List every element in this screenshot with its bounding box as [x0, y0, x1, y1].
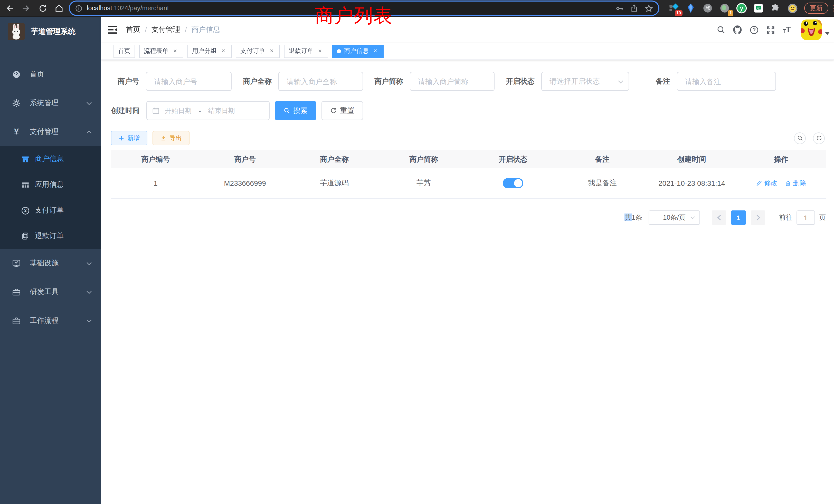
tab-home[interactable]: 首页 [113, 44, 135, 58]
cell-merchant-no: M233666999 [200, 168, 290, 198]
create-time-range[interactable]: 开始日期 - 结束日期 [146, 101, 270, 120]
reload-icon[interactable] [36, 2, 49, 15]
refresh-table-button[interactable] [813, 132, 825, 144]
prev-page-button[interactable] [712, 210, 726, 225]
user-avatar[interactable] [801, 20, 822, 40]
merchant-no-label: 商户号 [111, 77, 139, 86]
sidebar-item-label: 商户信息 [35, 155, 64, 164]
tab-process-form[interactable]: 流程表单× [139, 44, 183, 58]
cell-merchant-id: 1 [111, 168, 200, 198]
add-button[interactable]: 新增 [111, 131, 147, 145]
export-button[interactable]: 导出 [153, 131, 190, 145]
sidebar-item-pay-order[interactable]: ¥ 支付订单 [0, 198, 101, 223]
sidebar-item-app-info[interactable]: 应用信息 [0, 172, 101, 198]
extension-chat-icon[interactable] [752, 2, 765, 15]
share-icon[interactable] [630, 4, 638, 12]
short-name-label: 商户简称 [374, 77, 403, 86]
extension-y-icon[interactable]: y [735, 2, 748, 15]
main-area: 首页 / 支付管理 / 商户信息 [101, 17, 834, 504]
github-icon[interactable] [729, 17, 746, 43]
breadcrumb-payment[interactable]: 支付管理 [152, 25, 180, 35]
password-key-icon[interactable] [615, 4, 624, 13]
col-header: 商户简称 [379, 151, 468, 168]
sidebar-item-workflow[interactable]: 工作流程 [0, 306, 101, 335]
help-icon[interactable] [746, 17, 762, 43]
merchant-no-input[interactable] [146, 72, 232, 91]
sidebar-item-label: 基础设施 [30, 259, 59, 268]
table-toolbar: 新增 导出 [111, 131, 826, 145]
tab-user-group[interactable]: 用户分组× [188, 44, 232, 58]
extension-command-icon[interactable]: ⌘ [701, 2, 714, 15]
status-toggle[interactable] [503, 178, 523, 188]
sidebar-item-system[interactable]: 系统管理 [0, 89, 101, 117]
status-select[interactable]: 请选择开启状态 [541, 72, 629, 91]
full-name-input[interactable] [278, 72, 363, 91]
sidebar-item-refund-order[interactable]: 退款订单 [0, 223, 101, 249]
page-size-select[interactable]: 10条/页 [649, 210, 700, 225]
annotation-merchant-list: 商户列表 [315, 3, 393, 29]
col-header: 商户全称 [290, 151, 379, 168]
fullscreen-icon[interactable] [762, 17, 778, 43]
cell-full-name: 芋道源码 [290, 168, 379, 198]
tab-merchant-info[interactable]: 商户信息× [332, 44, 383, 58]
edit-link[interactable]: 修改 [756, 179, 777, 188]
tab-pay-order[interactable]: 支付订单× [236, 44, 280, 58]
sidebar-item-payment[interactable]: ¥ 支付管理 [0, 117, 101, 146]
sidebar-item-dev-tools[interactable]: 研发工具 [0, 278, 101, 306]
sidebar-item-infrastructure[interactable]: 基础设施 [0, 249, 101, 278]
search-icon[interactable] [713, 17, 729, 43]
full-name-label: 商户全称 [243, 77, 272, 86]
close-icon[interactable]: × [316, 47, 324, 55]
extension-recorder-icon[interactable]: 1 [718, 2, 731, 15]
delete-link[interactable]: 删除 [785, 179, 806, 188]
breadcrumb-home[interactable]: 首页 [126, 25, 140, 35]
search-button[interactable]: 搜索 [275, 101, 316, 120]
close-icon[interactable]: × [220, 47, 227, 55]
document-copy-icon [20, 232, 31, 240]
extensions-area: 10 ⌘ 1 y [663, 2, 799, 15]
navbar: 首页 / 支付管理 / 商户信息 [101, 17, 834, 43]
remark-input[interactable] [677, 72, 776, 91]
yen-icon: ¥ [10, 127, 23, 137]
extension-gem-icon[interactable] [684, 2, 697, 15]
forward-icon[interactable] [20, 2, 33, 15]
extension-emoji-icon[interactable] [786, 2, 799, 15]
sidebar-item-label: 退款订单 [35, 231, 64, 241]
back-icon[interactable] [3, 2, 17, 15]
col-header: 备注 [558, 151, 647, 168]
sidebar-item-label: 首页 [30, 70, 44, 79]
sidebar-item-label: 支付订单 [35, 206, 64, 215]
short-name-input[interactable] [410, 72, 495, 91]
cell-status [468, 168, 558, 198]
payment-submenu: 商户信息 应用信息 ¥ 支付订单 [0, 146, 101, 249]
table-header-row: 商户编号 商户号 商户全称 商户简称 开启状态 备注 创建时间 操作 [111, 151, 826, 168]
goto-page-input[interactable] [796, 210, 815, 225]
tab-refund-order[interactable]: 退款订单× [284, 44, 328, 58]
hamburger-icon[interactable] [101, 17, 123, 43]
sidebar-item-home[interactable]: 首页 [0, 60, 101, 89]
extensions-puzzle-icon[interactable] [769, 2, 782, 15]
col-header: 操作 [737, 151, 826, 168]
svg-text:¥: ¥ [24, 208, 26, 213]
refresh-icon [330, 107, 337, 114]
sidebar-item-label: 系统管理 [30, 98, 59, 108]
close-icon[interactable]: × [372, 47, 379, 55]
next-page-button[interactable] [751, 210, 765, 225]
avatar-caret-icon[interactable] [825, 32, 830, 35]
sidebar-item-merchant-info[interactable]: 商户信息 [0, 146, 101, 172]
app-logo-row[interactable]: 芋道管理系统 [0, 17, 101, 46]
browser-update-button[interactable]: 更新 [804, 3, 828, 14]
close-icon[interactable]: × [268, 47, 275, 55]
extension-sketch-icon[interactable]: 10 [667, 2, 680, 15]
reset-button[interactable]: 重置 [322, 101, 363, 120]
page-1-button[interactable]: 1 [731, 210, 746, 225]
home-icon[interactable] [52, 2, 66, 15]
close-icon[interactable]: × [172, 47, 179, 55]
bookmark-star-icon[interactable] [644, 4, 653, 13]
site-info-icon[interactable] [75, 4, 83, 12]
briefcase-icon [10, 316, 23, 325]
font-size-icon[interactable]: TT [778, 17, 795, 43]
col-header: 商户编号 [111, 151, 200, 168]
hide-search-button[interactable] [794, 132, 806, 144]
col-header: 创建时间 [647, 151, 737, 168]
